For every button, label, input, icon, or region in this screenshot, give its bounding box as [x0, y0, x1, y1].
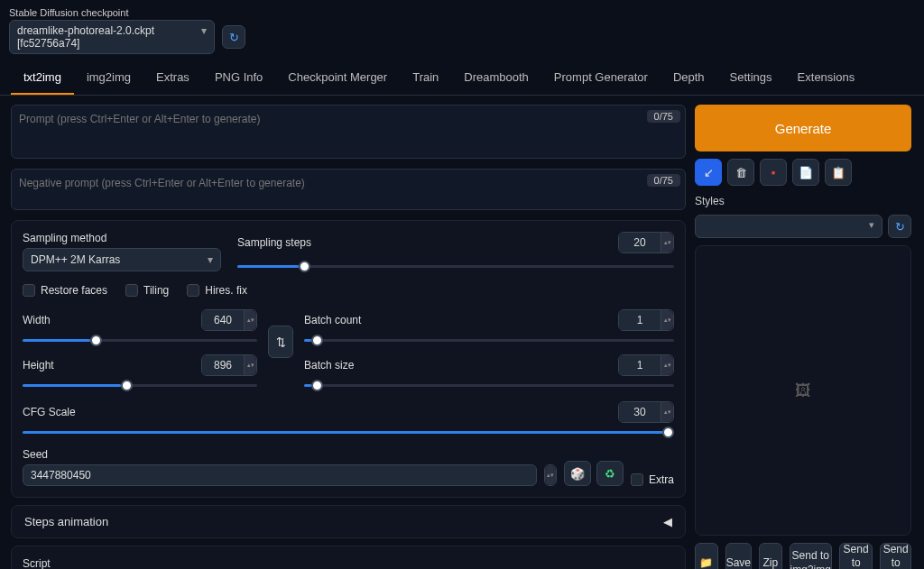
- height-slider[interactable]: [23, 378, 257, 392]
- tab-extensions[interactable]: Extensions: [785, 61, 868, 95]
- trash-icon[interactable]: 🗑: [727, 159, 754, 186]
- send-to-extras-button[interactable]: Send to extras: [880, 543, 911, 569]
- styles-label: Styles: [695, 195, 911, 207]
- arrow-icon[interactable]: ↙: [695, 159, 722, 186]
- tab-txt2img[interactable]: txt2img: [11, 61, 74, 95]
- swap-dimensions-button[interactable]: ⇅: [268, 326, 293, 358]
- refresh-checkpoint-icon[interactable]: ↻: [222, 25, 245, 49]
- batch-size-slider[interactable]: [304, 378, 674, 392]
- output-preview: 🖼: [695, 245, 911, 536]
- tab-checkpoint-merger[interactable]: Checkpoint Merger: [275, 61, 400, 95]
- width-label: Width: [23, 314, 51, 326]
- width-slider[interactable]: [23, 333, 257, 347]
- seed-label: Seed: [23, 448, 674, 461]
- sampling-method-label: Sampling method: [23, 232, 221, 244]
- sampling-steps-label: Sampling steps: [237, 236, 311, 249]
- sampling-steps-input[interactable]: 20▴▾: [618, 232, 674, 253]
- save-button[interactable]: Save: [725, 543, 752, 569]
- cfg-scale-input[interactable]: 30▴▾: [618, 401, 674, 423]
- checkpoint-select[interactable]: dreamlike-photoreal-2.0.ckpt [fc52756a74…: [9, 20, 215, 54]
- refresh-styles-icon[interactable]: ↻: [888, 215, 911, 238]
- steps-animation-accordion[interactable]: Steps animation◀: [11, 505, 686, 538]
- tabs: txt2img img2img Extras PNG Info Checkpoi…: [0, 61, 924, 96]
- random-seed-button[interactable]: 🎲: [564, 461, 591, 486]
- open-folder-button[interactable]: 📁: [695, 543, 718, 569]
- tab-dreambooth[interactable]: Dreambooth: [451, 61, 541, 95]
- tab-img2img[interactable]: img2img: [74, 61, 143, 95]
- batch-count-slider[interactable]: [304, 333, 674, 347]
- height-label: Height: [23, 359, 54, 372]
- seed-input[interactable]: [23, 464, 537, 486]
- batch-count-label: Batch count: [304, 314, 361, 326]
- styles-select[interactable]: [695, 215, 882, 238]
- negative-prompt-input[interactable]: [11, 169, 686, 210]
- clipboard-icon[interactable]: 📋: [825, 159, 852, 186]
- generate-button[interactable]: Generate: [695, 105, 911, 151]
- negative-prompt-counter: 0/75: [647, 174, 680, 187]
- params-panel: Sampling method DPM++ 2M Karras Sampling…: [11, 220, 686, 498]
- script-label: Script: [23, 557, 674, 569]
- restore-faces-checkbox[interactable]: [23, 284, 35, 297]
- seed-extra-checkbox[interactable]: [631, 473, 643, 486]
- topbar: Stable Diffusion checkpoint dreamlike-ph…: [0, 0, 924, 61]
- image-placeholder-icon: 🖼: [795, 381, 811, 400]
- cfg-scale-label: CFG Scale: [23, 406, 76, 418]
- height-input[interactable]: 896▴▾: [201, 354, 257, 376]
- batch-size-input[interactable]: 1▴▾: [618, 354, 674, 376]
- sampling-method-select[interactable]: DPM++ 2M Karras: [23, 248, 221, 271]
- width-input[interactable]: 640▴▾: [201, 309, 257, 331]
- batch-count-input[interactable]: 1▴▾: [618, 309, 674, 331]
- reuse-seed-button[interactable]: ♻: [596, 461, 624, 486]
- seed-spinner[interactable]: ▴▾: [544, 464, 557, 486]
- tab-extras[interactable]: Extras: [143, 61, 202, 95]
- tab-prompt-generator[interactable]: Prompt Generator: [541, 61, 661, 95]
- tiling-checkbox[interactable]: [125, 284, 138, 297]
- batch-size-label: Batch size: [304, 359, 354, 372]
- tab-train[interactable]: Train: [400, 61, 451, 95]
- tab-pnginfo[interactable]: PNG Info: [202, 61, 275, 95]
- file-icon[interactable]: 📄: [792, 159, 819, 186]
- tab-settings[interactable]: Settings: [717, 61, 785, 95]
- tab-depth[interactable]: Depth: [661, 61, 717, 95]
- prompt-input[interactable]: [11, 105, 686, 159]
- checkpoint-label: Stable Diffusion checkpoint: [9, 7, 245, 18]
- cfg-scale-slider[interactable]: [23, 425, 674, 439]
- stop-icon[interactable]: ▪: [760, 159, 787, 186]
- hires-fix-checkbox[interactable]: [187, 284, 199, 297]
- send-to-inpaint-button[interactable]: Send to inpaint: [839, 543, 873, 569]
- zip-button[interactable]: Zip: [759, 543, 782, 569]
- script-panel: Script None: [11, 546, 686, 569]
- send-to-img2img-button[interactable]: Send to img2img: [790, 543, 832, 569]
- prompt-counter: 0/75: [647, 110, 680, 123]
